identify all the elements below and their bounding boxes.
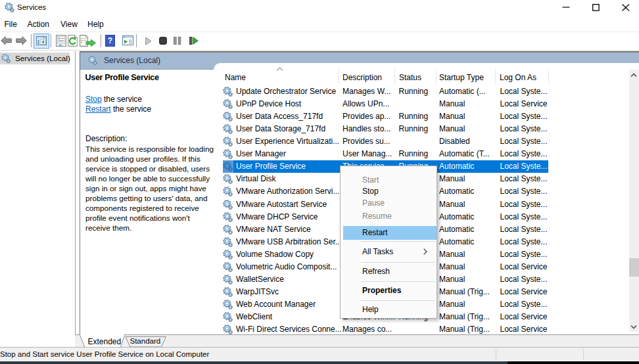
svg-text:Extended: Extended <box>88 337 122 346</box>
svg-text:Standard: Standard <box>130 337 161 345</box>
